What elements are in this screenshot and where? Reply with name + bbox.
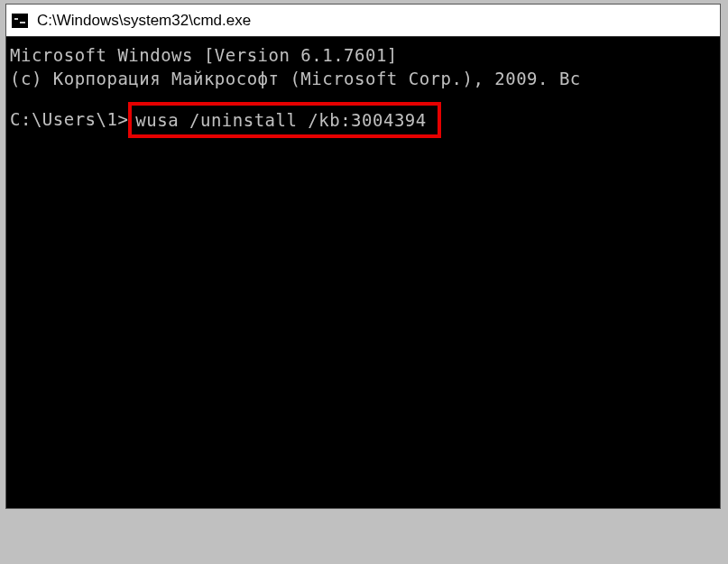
command-highlight: wusa /uninstall /kb:3004394 xyxy=(128,102,440,138)
prompt-path: C:\Users\1> xyxy=(10,110,128,130)
cmd-icon xyxy=(12,14,28,28)
console-area[interactable]: Microsoft Windows [Version 6.1.7601] (c)… xyxy=(6,37,720,143)
cmd-window: C:\Windows\system32\cmd.exe Microsoft Wi… xyxy=(5,4,721,509)
titlebar[interactable]: C:\Windows\system32\cmd.exe xyxy=(6,5,720,37)
command-text: wusa /uninstall /kb:3004394 xyxy=(135,110,426,130)
prompt-line: C:\Users\1>wusa /uninstall /kb:3004394 xyxy=(10,102,714,138)
console-output-line: (c) Корпорация Майкрософт (Microsoft Cor… xyxy=(10,69,714,89)
console-output-line: Microsoft Windows [Version 6.1.7601] xyxy=(10,46,714,66)
window-title: C:\Windows\system32\cmd.exe xyxy=(37,12,251,30)
